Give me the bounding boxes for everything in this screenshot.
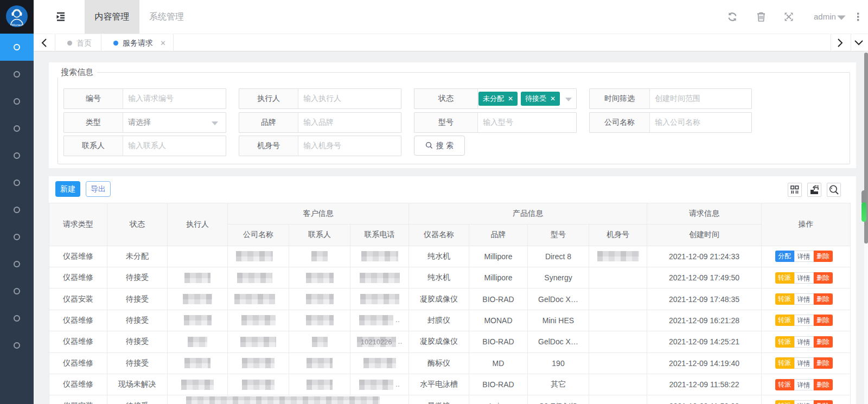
svg-text:Monad: Monad bbox=[12, 23, 22, 27]
